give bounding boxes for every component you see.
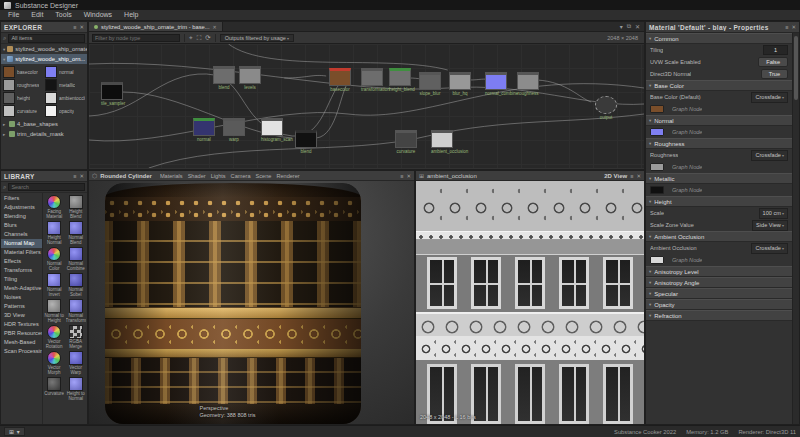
property-value[interactable]: Crossfade: [751, 150, 788, 161]
output-item[interactable]: roughness: [3, 79, 43, 91]
section-header[interactable]: ▾ Anisotropy Level: [646, 266, 792, 277]
library-item[interactable]: Normal to Height: [44, 299, 65, 323]
resource-row[interactable]: ▸ trim_details_mask: [1, 129, 87, 139]
output-item[interactable]: height: [3, 92, 43, 104]
property-value[interactable]: 1: [763, 45, 788, 55]
fit-view-icon[interactable]: ⛶: [197, 34, 202, 42]
expand-arrow-icon[interactable]: ▾: [3, 47, 5, 52]
property-value[interactable]: Graph Node: [672, 164, 702, 170]
property-value[interactable]: False: [758, 57, 788, 67]
panel-menu-icon[interactable]: ≡: [630, 173, 633, 179]
panel-menu-icon[interactable]: ≡: [400, 173, 403, 179]
scrollbar-thumb[interactable]: [794, 36, 798, 100]
property-value[interactable]: Graph Node: [672, 129, 702, 135]
output-item[interactable]: curvature: [3, 105, 43, 117]
view3d-menu-item[interactable]: Scene: [256, 173, 272, 179]
library-category[interactable]: Filters: [1, 194, 42, 203]
close-icon[interactable]: ✕: [635, 23, 640, 30]
library-item[interactable]: Curvature: [44, 377, 65, 401]
close-icon[interactable]: ✕: [406, 173, 411, 179]
resource-row[interactable]: ▸ 4_base_shapes: [1, 119, 87, 129]
viewport-3d[interactable]: Perspective Geometry: 388 808 tris: [89, 181, 414, 424]
package-row[interactable]: ▾ stylized_woode_ship_ornate_t...: [1, 44, 87, 54]
library-category[interactable]: Adjustments: [1, 203, 42, 212]
library-category[interactable]: Scan Processing: [1, 347, 42, 356]
focus-icon[interactable]: ⌖: [189, 34, 193, 42]
output-item[interactable]: basecolor: [3, 66, 43, 78]
graph-canvas[interactable]: tile_sampler blend levels normal warp: [89, 44, 644, 168]
library-category[interactable]: Normal Map: [1, 239, 42, 248]
property-value[interactable]: 100 cm: [759, 208, 788, 219]
library-item[interactable]: Height Blend: [66, 195, 87, 219]
library-category[interactable]: Material Filters: [1, 248, 42, 257]
graph-node[interactable]: roughness: [517, 72, 539, 96]
library-category[interactable]: 3D View: [1, 311, 42, 320]
library-category[interactable]: Blending: [1, 212, 42, 221]
section-header[interactable]: ▾ Anisotropy Angle: [646, 277, 792, 288]
graph-node[interactable]: blend: [295, 130, 317, 154]
library-category[interactable]: Channels: [1, 230, 42, 239]
property-value[interactable]: Graph Node: [672, 106, 702, 112]
section-header[interactable]: ▾ Base Color: [646, 80, 792, 91]
library-item[interactable]: Normal Invert: [44, 273, 65, 297]
property-value[interactable]: Graph Node: [672, 257, 702, 263]
library-item[interactable]: Height to Normal: [66, 377, 87, 401]
graph-view-mode-dropdown[interactable]: Outputs filtered by usage: [220, 34, 294, 42]
section-header[interactable]: ▾ Ambient Occlusion: [646, 231, 792, 242]
library-item[interactable]: Vector Rotation: [44, 325, 65, 349]
panel-menu-icon[interactable]: ≡: [785, 24, 788, 30]
tab-list-icon[interactable]: ▾: [620, 23, 623, 30]
library-item[interactable]: RGBA Merge: [66, 325, 87, 349]
library-item[interactable]: Facing Material: [44, 195, 65, 219]
viewport-layout-dropdown[interactable]: ⊞ ▾: [4, 427, 25, 436]
library-item[interactable]: Normal Transform: [66, 299, 87, 323]
library-item[interactable]: Vector Warp: [66, 351, 87, 375]
view3d-menu-item[interactable]: Materials: [160, 173, 183, 179]
library-item[interactable]: Normal Color: [44, 247, 65, 271]
library-item[interactable]: Normal Blend: [66, 221, 87, 245]
view3d-menu-item[interactable]: Renderer: [276, 173, 299, 179]
output-item[interactable]: metallic: [45, 79, 85, 91]
library-category[interactable]: Tiling: [1, 275, 42, 284]
library-item[interactable]: Height Normal: [44, 221, 65, 245]
library-item[interactable]: Normal Sobel: [66, 273, 87, 297]
close-icon[interactable]: ✕: [79, 24, 84, 30]
property-value[interactable]: True: [761, 69, 788, 79]
property-value[interactable]: Graph Node: [672, 187, 702, 193]
graph-node[interactable]: histogram_scan: [261, 118, 283, 142]
library-category[interactable]: Noises: [1, 293, 42, 302]
property-value[interactable]: Crossfade: [751, 243, 788, 254]
expand-arrow-icon[interactable]: ▾: [3, 57, 5, 62]
graph-node[interactable]: blend: [213, 66, 235, 90]
graph-node[interactable]: tile_sampler: [101, 82, 123, 106]
panel-menu-icon[interactable]: ≡: [73, 173, 76, 179]
close-tab-icon[interactable]: ✕: [213, 24, 217, 30]
expand-arrow-icon[interactable]: ▸: [3, 132, 7, 137]
section-header[interactable]: ▾ Metallic: [646, 173, 792, 184]
property-value[interactable]: Crossfade: [751, 92, 788, 103]
graph-node[interactable]: normal_combine: [485, 72, 507, 96]
view3d-menu-item[interactable]: Camera: [231, 173, 251, 179]
output-item[interactable]: ambientocclusion: [45, 92, 85, 104]
expand-arrow-icon[interactable]: ▸: [3, 122, 7, 127]
library-category[interactable]: Transforms: [1, 266, 42, 275]
graph-node[interactable]: height_blend: [389, 68, 411, 92]
output-item[interactable]: opacity: [45, 105, 85, 117]
menu-item[interactable]: Tools: [49, 10, 77, 20]
menu-item[interactable]: Windows: [78, 10, 118, 20]
output-item[interactable]: normal: [45, 66, 85, 78]
refresh-icon[interactable]: ⟳: [205, 34, 210, 42]
library-category[interactable]: HDR Textures: [1, 320, 42, 329]
library-category[interactable]: Patterns: [1, 302, 42, 311]
section-header[interactable]: ▾ Height: [646, 196, 792, 207]
node-filter-input[interactable]: [92, 34, 180, 42]
graph-node[interactable]: levels: [239, 66, 261, 90]
library-category[interactable]: Mesh-Based: [1, 338, 42, 347]
library-category[interactable]: PBR Resources: [1, 329, 42, 338]
section-header[interactable]: ▾ Normal: [646, 115, 792, 126]
library-category[interactable]: Blurs: [1, 221, 42, 230]
menu-item[interactable]: Help: [118, 10, 144, 20]
section-header[interactable]: ▾ Opacity: [646, 299, 792, 310]
graph-node[interactable]: curvature: [395, 130, 417, 154]
section-header[interactable]: ▾ Specular: [646, 288, 792, 299]
